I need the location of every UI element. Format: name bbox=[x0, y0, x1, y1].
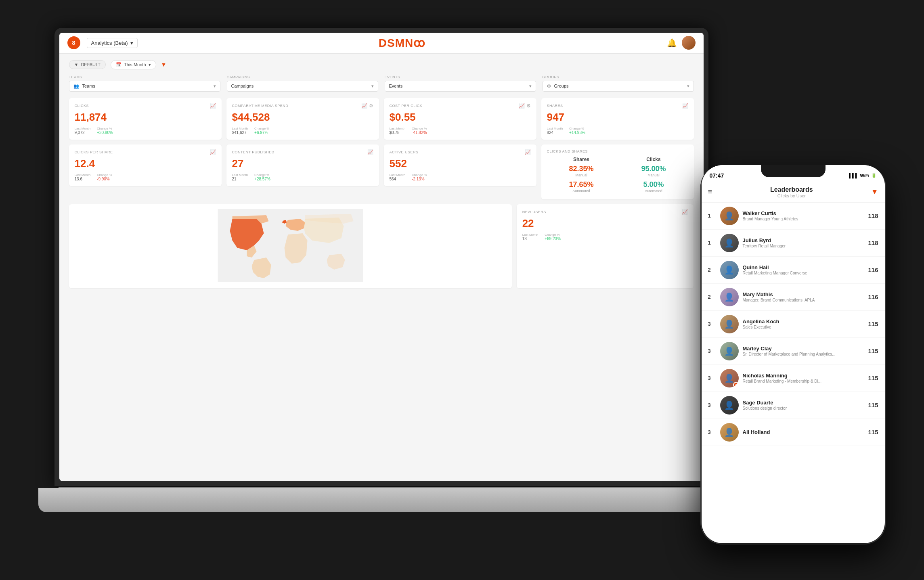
signal-icon: ▌▌▌ bbox=[849, 173, 858, 178]
leaderboards-subtitle: Clicks by User bbox=[712, 193, 871, 198]
nicholas-manning-role: Retail Brand Marketing - Membership & Di… bbox=[743, 379, 864, 384]
nicholas-manning-avatar: 👤 ● bbox=[720, 369, 739, 387]
active-filter-icon[interactable]: ▼ bbox=[161, 61, 167, 68]
dropdowns-row: TEAMS 👥 Teams ▾ CAMPAIGNS Campaigns bbox=[69, 75, 694, 92]
julius-byrd-score: 118 bbox=[868, 239, 878, 246]
list-item[interactable]: 3 👤 Angelina Koch Sales Executive 115 bbox=[702, 311, 885, 338]
list-item[interactable]: 2 👤 Mary Mathis Manager, Brand Communica… bbox=[702, 284, 885, 311]
quinn-hail-info: Quinn Hail Retail Marketing Manager Conv… bbox=[743, 264, 864, 276]
leaderboard-list: 1 👤 Walker Curtis Brand Manager Young At… bbox=[702, 203, 885, 446]
phone-header-title: Leaderboards Clicks by User bbox=[712, 186, 871, 198]
groups-label: GROUPS bbox=[543, 75, 694, 79]
media-spend-value: $44,528 bbox=[232, 111, 373, 124]
chart-icon: 📈 bbox=[525, 149, 531, 155]
phone-device: 07:47 ▌▌▌ WiFi 🔋 ≡ Leaderboards Clicks b… bbox=[700, 165, 886, 544]
settings-icon: ⚙ bbox=[526, 103, 531, 109]
angelina-koch-role: Sales Executive bbox=[743, 325, 864, 330]
campaigns-label: CAMPAIGNS bbox=[227, 75, 378, 79]
sage-duarte-score: 115 bbox=[868, 402, 878, 408]
settings-icon: ⚙ bbox=[369, 103, 373, 109]
teams-icon: 👥 bbox=[73, 84, 79, 89]
filter-bar: ▼ DEFAULT 📅 This Month ▾ ▼ bbox=[69, 60, 694, 69]
rank-2b-label: 2 bbox=[708, 294, 716, 300]
list-item[interactable]: 3 👤 ● Nicholas Manning Retail Brand Mark… bbox=[702, 365, 885, 392]
angelina-koch-name: Angelina Koch bbox=[743, 318, 864, 325]
mary-mathis-role: Manager, Brand Communications, APLA bbox=[743, 297, 864, 303]
quinn-hail-avatar: 👤 bbox=[720, 261, 739, 279]
chart-icon: 📈 bbox=[519, 103, 525, 109]
rank-1-label: 1 bbox=[708, 213, 716, 219]
date-filter-label: This Month bbox=[124, 62, 146, 67]
groups-icon: ⚙ bbox=[547, 84, 551, 89]
rank-3c-label: 3 bbox=[708, 375, 716, 381]
sage-duarte-name: Sage Duarte bbox=[743, 400, 864, 406]
chart-icon: 📈 bbox=[367, 149, 373, 155]
chart-icon: 📈 bbox=[361, 103, 367, 109]
clicks-and-shares-card: CLICKS AND SHARES Shares 82.35% Manual bbox=[541, 144, 694, 199]
shares-auto-label: Automated bbox=[547, 189, 616, 193]
shares-manual-pct: 82.35% bbox=[547, 165, 616, 173]
ali-holland-avatar: 👤 bbox=[720, 423, 739, 442]
walker-curtis-role: Brand Manager Young Athletes bbox=[743, 216, 864, 222]
mary-mathis-info: Mary Mathis Manager, Brand Communication… bbox=[743, 291, 864, 303]
nicholas-manning-score: 115 bbox=[868, 375, 878, 381]
list-item[interactable]: 3 👤 Ali Holland 115 bbox=[702, 419, 885, 446]
clicks-value: 11,874 bbox=[75, 111, 216, 124]
quinn-hail-score: 116 bbox=[868, 266, 878, 273]
rank-1b-label: 1 bbox=[708, 240, 716, 246]
chart-icon: 📈 bbox=[210, 103, 216, 109]
media-spend-title: COMPARATIVE MEDIA SPEND bbox=[232, 104, 289, 108]
phone-notch bbox=[761, 165, 826, 177]
laptop-body bbox=[38, 488, 725, 512]
marley-clay-role: Sr. Director of Marketplace and Planning… bbox=[743, 352, 864, 357]
list-item[interactable]: 3 👤 Marley Clay Sr. Director of Marketpl… bbox=[702, 338, 885, 365]
app-selector[interactable]: Analytics (Beta) ▾ bbox=[87, 38, 138, 48]
sage-duarte-role: Solutions design director bbox=[743, 406, 864, 411]
phone-filter-icon[interactable]: ▼ bbox=[871, 188, 878, 196]
new-users-title: NEW USERS bbox=[522, 210, 546, 214]
list-item[interactable]: 1 👤 Walker Curtis Brand Manager Young At… bbox=[702, 203, 885, 230]
sage-duarte-avatar: 👤 bbox=[720, 396, 739, 415]
clicks-metric-card: CLICKS 📈 11,874 Last Month 9,072 C bbox=[69, 98, 222, 140]
list-item[interactable]: 1 👤 Julius Byrd Territory Retail Manager… bbox=[702, 230, 885, 257]
calendar-icon: 📅 bbox=[116, 62, 122, 67]
julius-byrd-role: Territory Retail Manager bbox=[743, 243, 864, 249]
quinn-hail-name: Quinn Hail bbox=[743, 264, 864, 270]
metrics-row-1: CLICKS 📈 11,874 Last Month 9,072 C bbox=[69, 98, 694, 140]
teams-dropdown-group: TEAMS 👥 Teams ▾ bbox=[69, 75, 220, 92]
clicks-per-share-card: CLICKS PER SHARE 📈 12.4 Last Month 13.6 bbox=[69, 144, 222, 186]
teams-select[interactable]: 👥 Teams ▾ bbox=[69, 81, 220, 92]
mary-mathis-score: 116 bbox=[868, 293, 878, 300]
groups-value: Groups bbox=[554, 84, 569, 88]
events-label: EVENTS bbox=[385, 75, 536, 79]
notifications-bell-icon[interactable]: 🔔 bbox=[667, 38, 677, 48]
events-select[interactable]: Events ▾ bbox=[385, 81, 536, 92]
rank-3e-label: 3 bbox=[708, 429, 716, 435]
list-item[interactable]: 3 👤 Sage Duarte Solutions design directo… bbox=[702, 392, 885, 419]
julius-byrd-info: Julius Byrd Territory Retail Manager bbox=[743, 237, 864, 249]
clicks-change-value: +30.80% bbox=[97, 130, 113, 135]
walker-curtis-avatar: 👤 bbox=[720, 207, 739, 225]
cs-clicks-header: Clicks bbox=[619, 157, 688, 162]
hamburger-menu-icon[interactable]: ≡ bbox=[708, 188, 712, 196]
date-filter-chip[interactable]: 📅 This Month ▾ bbox=[111, 60, 156, 69]
clicks-manual-label: Manual bbox=[619, 173, 688, 177]
walker-curtis-name: Walker Curtis bbox=[743, 210, 864, 216]
campaigns-value: Campaigns bbox=[231, 84, 254, 88]
mary-mathis-avatar: 👤 bbox=[720, 288, 739, 306]
phone-status-icons: ▌▌▌ WiFi 🔋 bbox=[849, 173, 877, 178]
marley-clay-avatar: 👤 bbox=[720, 342, 739, 360]
filter-default-label: DEFAULT bbox=[81, 62, 101, 67]
world-map-card bbox=[69, 204, 512, 288]
groups-select[interactable]: ⚙ Groups ▾ bbox=[543, 81, 694, 92]
marley-clay-info: Marley Clay Sr. Director of Marketplace … bbox=[743, 345, 864, 357]
campaigns-select[interactable]: Campaigns ▾ bbox=[227, 81, 378, 92]
user-avatar[interactable] bbox=[682, 36, 696, 50]
rank-3a-label: 3 bbox=[708, 321, 716, 327]
default-filter-chip[interactable]: ▼ DEFAULT bbox=[69, 60, 106, 69]
main-scene: 8 Analytics (Beta) ▾ DSMNꝏ 🔔 bbox=[38, 28, 886, 553]
list-item[interactable]: 2 👤 Quinn Hail Retail Marketing Manager … bbox=[702, 257, 885, 284]
chart-icon: 📈 bbox=[682, 209, 688, 215]
world-map-svg bbox=[74, 209, 507, 282]
cost-per-click-metric-card: COST PER CLICK 📈 ⚙ $0.55 Last Month bbox=[384, 98, 536, 140]
